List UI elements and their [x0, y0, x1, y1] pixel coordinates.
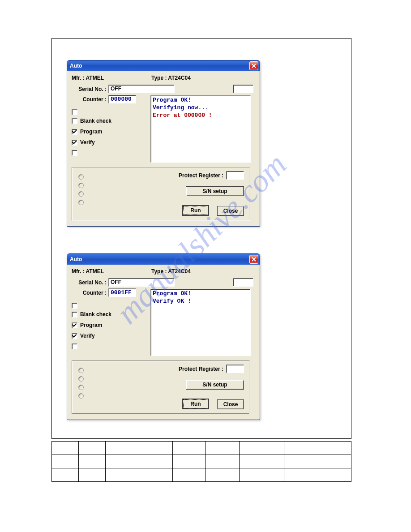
table-cell [172, 455, 206, 468]
table-cell [78, 468, 105, 482]
sn-setup-button[interactable]: S/N setup [186, 380, 244, 390]
mfr-label: Mfr. : ATMEL [72, 268, 151, 275]
empty-grid-table [51, 441, 351, 482]
table-cell [284, 442, 351, 455]
checkbox-row-verify: Verify [72, 139, 111, 146]
radio-option-1[interactable] [78, 368, 84, 373]
close-button[interactable]: Close [217, 399, 244, 409]
serial-value: OFF [108, 85, 175, 93]
dialog-title: Auto [70, 63, 249, 69]
table-cell [284, 455, 351, 468]
titlebar: Auto [67, 254, 260, 265]
table-row [52, 468, 351, 482]
log-line: Verifying now... [153, 104, 248, 112]
table-cell [240, 468, 284, 482]
serial-label: Serial No. : [71, 279, 108, 286]
blank-check-checkbox[interactable] [72, 118, 77, 124]
checkbox-unnamed-1[interactable] [72, 303, 77, 309]
checkbox-unnamed-2[interactable] [72, 343, 77, 349]
table-cell [240, 455, 284, 468]
info-row: Mfr. : ATMEL Type : AT24C04 [71, 267, 256, 277]
type-label: Type : AT24C04 [151, 268, 191, 275]
counter-value: 000000 [108, 95, 136, 103]
counter-label: Counter : [71, 96, 108, 103]
table-cell [52, 468, 79, 482]
type-label: Type : AT24C04 [151, 75, 191, 81]
table-cell [105, 455, 139, 468]
log-line: Verify OK ! [153, 298, 248, 305]
auto-dialog-2: Auto Mfr. : ATMEL Type : AT24C04 Serial … [67, 253, 260, 420]
serial-row: Serial No. : OFF [71, 278, 256, 287]
table-cell [206, 442, 240, 455]
lower-group: Protect Register : S/N setup Run Close [72, 360, 250, 414]
table-cell [139, 455, 172, 468]
checkbox-column: Blank check Program Verify [72, 301, 111, 352]
mfr-label: Mfr. : ATMEL [72, 75, 151, 81]
program-checkbox[interactable] [72, 322, 77, 328]
table-cell [105, 442, 139, 455]
radio-option-3[interactable] [78, 385, 84, 390]
close-button[interactable]: Close [217, 206, 244, 216]
table-cell [172, 468, 206, 482]
close-icon[interactable] [249, 255, 258, 264]
auto-dialog-1: Auto Mfr. : ATMEL Type : AT24C04 Serial … [67, 60, 260, 227]
checkbox-row-5 [72, 150, 111, 156]
protect-register-label: Protect Register : [179, 366, 223, 372]
radio-column [78, 171, 84, 208]
table-cell [78, 442, 105, 455]
verify-checkbox[interactable] [72, 140, 77, 146]
table-cell [52, 442, 79, 455]
table-cell [78, 455, 105, 468]
table-cell [206, 468, 240, 482]
protect-register-label: Protect Register : [179, 172, 223, 179]
radio-option-2[interactable] [78, 376, 84, 382]
checkbox-unnamed-2[interactable] [72, 150, 77, 156]
checkbox-row-5 [72, 343, 111, 349]
close-icon[interactable] [249, 61, 258, 70]
program-checkbox[interactable] [72, 129, 77, 135]
dialog-title: Auto [70, 256, 249, 262]
radio-option-3[interactable] [78, 191, 84, 197]
log-line: Program OK! [153, 290, 248, 298]
serial-label: Serial No. : [71, 86, 108, 92]
checkbox-unnamed-1[interactable] [72, 109, 77, 115]
radio-option-2[interactable] [78, 183, 84, 188]
table-cell [52, 455, 79, 468]
checkbox-column: Blank check Program Verify [72, 108, 111, 159]
serial-extra [233, 278, 253, 287]
blank-check-label: Blank check [80, 311, 111, 317]
serial-value: OFF [108, 278, 175, 287]
radio-option-4[interactable] [78, 200, 84, 205]
table-row [52, 455, 351, 468]
protect-register-value [226, 171, 244, 180]
run-button[interactable]: Run [182, 399, 209, 409]
titlebar: Auto [67, 60, 260, 71]
program-label: Program [80, 322, 102, 328]
run-button[interactable]: Run [182, 205, 209, 216]
log-line-error: Error at 000000 ! [153, 112, 248, 120]
log-line: Program OK! [153, 97, 248, 104]
info-row: Mfr. : ATMEL Type : AT24C04 [71, 74, 256, 84]
radio-option-4[interactable] [78, 393, 84, 399]
verify-checkbox[interactable] [72, 333, 77, 339]
blank-check-checkbox[interactable] [72, 312, 77, 317]
protect-register-value [226, 365, 244, 373]
table-cell [139, 442, 172, 455]
counter-label: Counter : [71, 290, 108, 296]
checkbox-row-verify: Verify [72, 333, 111, 339]
radio-option-1[interactable] [78, 174, 84, 180]
verify-label: Verify [80, 139, 95, 146]
table-cell [139, 468, 172, 482]
checkbox-row-program: Program [72, 322, 111, 328]
sn-setup-button[interactable]: S/N setup [186, 186, 244, 196]
table-cell [206, 455, 240, 468]
counter-value: 0001FF [108, 288, 136, 297]
checkbox-row-program: Program [72, 129, 111, 135]
checkbox-row-blank: Blank check [72, 118, 111, 124]
program-label: Program [80, 129, 102, 135]
table-cell [284, 468, 351, 482]
lower-group: Protect Register : S/N setup Run Close [72, 167, 250, 221]
protect-register-row: Protect Register : [179, 365, 244, 373]
dialog-body: Mfr. : ATMEL Type : AT24C04 Serial No. :… [67, 265, 260, 420]
log-output: Program OK! Verify OK ! [150, 289, 251, 356]
